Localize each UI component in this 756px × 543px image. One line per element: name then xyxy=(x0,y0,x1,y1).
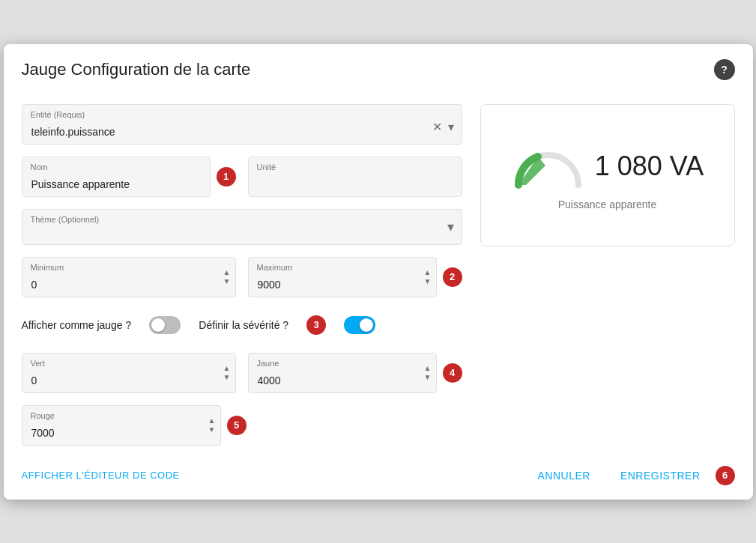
dialog-header: Jauge Configuration de la carte ? xyxy=(4,44,753,92)
theme-dropdown-arrow: ▾ xyxy=(447,219,462,235)
footer-right-area: ANNULER ENREGISTRER 6 xyxy=(525,464,734,488)
footer-left-area: AFFICHER L'ÉDITEUR DE CODE xyxy=(22,470,180,481)
rouge-spinner-btns: ▲ ▼ xyxy=(204,413,220,437)
gauge-preview: 1 080 VA Puissance apparente xyxy=(480,104,735,246)
entity-field: Entité (Requis) ✕ ▾ xyxy=(22,104,462,145)
vert-field: Vert ▲ ▼ xyxy=(22,353,236,393)
afficher-toggle-label: Afficher comme jauge ? xyxy=(22,319,132,331)
dialog-title: Jauge Configuration de la carte xyxy=(22,60,251,79)
entity-actions: ✕ ▾ xyxy=(431,112,462,136)
maximum-spinner-btns: ▲ ▼ xyxy=(420,265,436,289)
dialog-footer: AFFICHER L'ÉDITEUR DE CODE ANNULER ENREG… xyxy=(4,452,753,500)
rouge-down-btn[interactable]: ▼ xyxy=(208,425,216,434)
nom-col: Nom 1 xyxy=(22,157,236,197)
entity-input-wrapper: ✕ ▾ xyxy=(22,104,462,145)
gauge-svg-container: 1 080 VA xyxy=(511,140,704,192)
maximum-col: Maximum ▲ ▼ 2 xyxy=(248,257,462,297)
jaune-up-btn[interactable]: ▲ xyxy=(424,364,432,373)
dropdown-entity-button[interactable]: ▾ xyxy=(447,118,456,136)
definir-toggle-label: Définir la sévérité ? xyxy=(199,319,288,331)
nom-field: Nom xyxy=(22,157,211,197)
code-editor-button[interactable]: AFFICHER L'ÉDITEUR DE CODE xyxy=(22,470,180,481)
afficher-toggle-slider xyxy=(149,316,181,334)
definir-toggle-slider xyxy=(344,316,375,334)
gauge-arc-svg xyxy=(511,140,586,192)
jaune-down-btn[interactable]: ▼ xyxy=(424,373,432,382)
dialog-body: Entité (Requis) ✕ ▾ Nom 1 xyxy=(4,92,753,446)
minimum-down-btn[interactable]: ▼ xyxy=(223,277,231,286)
step-badge-1: 1 xyxy=(217,167,236,186)
vert-spinner: ▲ ▼ xyxy=(22,353,236,393)
nom-input[interactable] xyxy=(22,157,211,197)
maximum-down-btn[interactable]: ▼ xyxy=(424,277,432,286)
maximum-spinner: ▲ ▼ xyxy=(248,257,437,297)
jaune-field: Jaune ▲ ▼ xyxy=(248,353,437,393)
help-button[interactable]: ? xyxy=(714,59,735,80)
rouge-row: Rouge ▲ ▼ 5 xyxy=(22,405,462,446)
rouge-spinner: ▲ ▼ xyxy=(22,405,221,446)
minimum-field: Minimum ▲ ▼ xyxy=(22,257,236,297)
minimum-spinner-btns: ▲ ▼ xyxy=(219,265,235,289)
rouge-up-btn[interactable]: ▲ xyxy=(208,416,216,425)
step-badge-4: 4 xyxy=(443,363,462,383)
jaune-spinner: ▲ ▼ xyxy=(248,353,437,393)
maximum-up-btn[interactable]: ▲ xyxy=(424,268,432,277)
jaune-input[interactable] xyxy=(249,354,420,392)
afficher-toggle[interactable] xyxy=(149,316,181,334)
clear-entity-button[interactable]: ✕ xyxy=(431,118,444,136)
minimum-spinner: ▲ ▼ xyxy=(22,257,236,297)
jaune-spinner-btns: ▲ ▼ xyxy=(420,361,436,385)
entity-input[interactable] xyxy=(22,105,431,144)
step-badge-5: 5 xyxy=(227,416,247,435)
vert-down-btn[interactable]: ▼ xyxy=(223,373,231,382)
theme-select[interactable] xyxy=(22,210,447,244)
gauge-value: 1 080 VA xyxy=(595,151,704,182)
theme-select-wrapper: Thème (Optionnel) ▾ xyxy=(22,209,462,245)
right-panel: 1 080 VA Puissance apparente xyxy=(480,104,735,446)
gauge-preview-label: Puissance apparente xyxy=(558,198,657,210)
vert-jaune-row: Vert ▲ ▼ Jaune xyxy=(22,353,462,393)
minimum-up-btn[interactable]: ▲ xyxy=(223,268,231,277)
left-panel: Entité (Requis) ✕ ▾ Nom 1 xyxy=(22,104,462,446)
rouge-input[interactable] xyxy=(22,406,204,445)
vert-up-btn[interactable]: ▲ xyxy=(223,364,231,373)
nom-unite-row: Nom 1 Unité xyxy=(22,157,462,197)
maximum-field: Maximum ▲ ▼ xyxy=(248,257,437,297)
minimum-input[interactable] xyxy=(22,258,219,297)
min-max-row: Minimum ▲ ▼ Maximum xyxy=(22,257,462,297)
maximum-input[interactable] xyxy=(249,258,420,297)
unite-input[interactable] xyxy=(248,157,462,197)
dialog: Jauge Configuration de la carte ? Entité… xyxy=(4,44,753,500)
step-badge-6: 6 xyxy=(716,466,735,485)
vert-spinner-btns: ▲ ▼ xyxy=(219,361,235,385)
step-badge-2: 2 xyxy=(443,267,462,287)
theme-field: Thème (Optionnel) ▾ xyxy=(22,209,462,245)
unite-field: Unité xyxy=(248,157,462,197)
enregistrer-area: ENREGISTRER 6 xyxy=(608,464,735,488)
rouge-field: Rouge ▲ ▼ xyxy=(22,405,221,446)
enregistrer-button[interactable]: ENREGISTRER xyxy=(608,464,713,488)
jaune-col: Jaune ▲ ▼ 4 xyxy=(248,353,462,393)
definir-toggle[interactable] xyxy=(344,316,375,334)
vert-input[interactable] xyxy=(22,354,219,392)
annuler-button[interactable]: ANNULER xyxy=(525,464,602,488)
toggle-row: Afficher comme jauge ? Définir la sévéri… xyxy=(22,309,462,341)
step-badge-3: 3 xyxy=(306,315,326,335)
